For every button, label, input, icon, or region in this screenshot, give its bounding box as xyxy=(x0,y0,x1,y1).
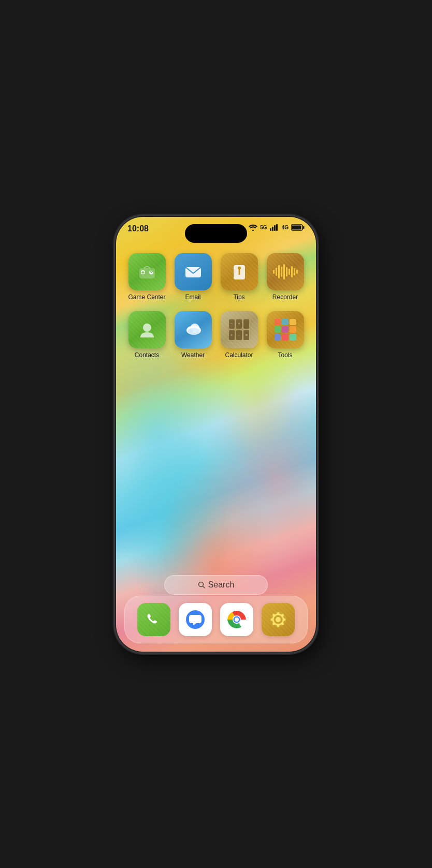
email-icon[interactable] xyxy=(175,253,212,290)
recorder-icon[interactable] xyxy=(267,253,304,290)
tools-grid xyxy=(275,319,296,341)
app-item-contacts[interactable]: Contacts xyxy=(126,311,167,359)
settings-icon xyxy=(269,610,287,629)
svg-point-35 xyxy=(270,611,286,628)
cellular-icon xyxy=(270,224,279,231)
search-label: Search xyxy=(208,580,235,590)
svg-point-34 xyxy=(235,617,239,622)
svg-point-38 xyxy=(277,612,280,614)
app-item-recorder[interactable]: Recorder xyxy=(265,253,306,301)
search-icon xyxy=(198,581,205,589)
app-item-email[interactable]: Email xyxy=(172,253,213,301)
app-item-weather[interactable]: Weather xyxy=(172,311,213,359)
svg-rect-1 xyxy=(270,228,271,231)
svg-rect-2 xyxy=(272,227,273,231)
dock-app-settings[interactable] xyxy=(262,603,295,636)
svg-point-39 xyxy=(277,624,280,627)
svg-point-41 xyxy=(283,618,286,621)
phone-icon xyxy=(146,611,162,628)
svg-point-27 xyxy=(188,329,193,334)
5g-icon: 5G xyxy=(260,225,267,230)
svg-point-0 xyxy=(252,229,254,231)
svg-point-36 xyxy=(273,614,283,625)
calculator-label: Calculator xyxy=(225,351,253,359)
weather-icon[interactable] xyxy=(175,311,212,348)
battery-icon xyxy=(291,224,305,231)
svg-point-45 xyxy=(272,623,275,625)
svg-point-42 xyxy=(272,614,275,616)
app-item-game-center[interactable]: Game Center xyxy=(126,253,167,301)
status-icons: 5G 4G xyxy=(249,224,305,231)
svg-point-43 xyxy=(281,623,284,625)
svg-point-40 xyxy=(271,618,273,621)
contacts-icon[interactable] xyxy=(128,311,166,348)
svg-point-15 xyxy=(150,271,151,272)
app-grid: Game Center Email i xyxy=(116,253,316,359)
recorder-label: Recorder xyxy=(272,293,298,301)
svg-point-37 xyxy=(276,617,281,622)
contacts-label: Contacts xyxy=(135,351,159,359)
weather-label: Weather xyxy=(181,351,205,359)
svg-point-44 xyxy=(281,614,284,616)
game-center-icon[interactable] xyxy=(128,253,166,290)
dock-app-messages[interactable] xyxy=(179,603,212,636)
status-time: 10:08 xyxy=(127,224,149,233)
svg-point-16 xyxy=(151,270,152,271)
tools-label: Tools xyxy=(278,351,292,359)
app-item-tips[interactable]: i Tips xyxy=(219,253,260,301)
wifi-icon xyxy=(249,224,257,231)
dock-app-phone[interactable] xyxy=(137,603,170,636)
email-label: Email xyxy=(185,293,200,301)
search-bar[interactable]: Search xyxy=(164,575,268,595)
svg-point-22 xyxy=(143,323,151,332)
calculator-grid: − + + − = xyxy=(229,319,250,340)
4g-icon: 4G xyxy=(282,225,289,230)
svg-point-17 xyxy=(150,269,151,270)
app-item-calculator[interactable]: − + + − = Calculator xyxy=(219,311,260,359)
chrome-icon xyxy=(226,609,247,630)
tips-label: Tips xyxy=(233,293,244,301)
recorder-waveform xyxy=(273,262,298,281)
tips-icon[interactable]: i xyxy=(221,253,258,290)
svg-point-21 xyxy=(238,267,241,270)
phone-screen: 10:08 5G 4G xyxy=(116,217,316,652)
svg-rect-4 xyxy=(276,224,278,231)
tools-icon[interactable] xyxy=(267,311,304,348)
phone-device: 10:08 5G 4G xyxy=(115,216,317,653)
svg-rect-6 xyxy=(303,226,305,229)
dynamic-island xyxy=(185,224,247,243)
svg-point-14 xyxy=(149,270,150,271)
messages-icon xyxy=(185,610,205,629)
calculator-icon[interactable]: − + + − = xyxy=(221,311,258,348)
svg-rect-7 xyxy=(292,225,301,229)
dock xyxy=(124,596,308,643)
svg-rect-3 xyxy=(274,225,276,231)
app-item-tools[interactable]: Tools xyxy=(265,311,306,359)
dock-app-chrome[interactable] xyxy=(220,603,253,636)
game-center-label: Game Center xyxy=(128,293,165,301)
svg-line-29 xyxy=(203,586,205,588)
